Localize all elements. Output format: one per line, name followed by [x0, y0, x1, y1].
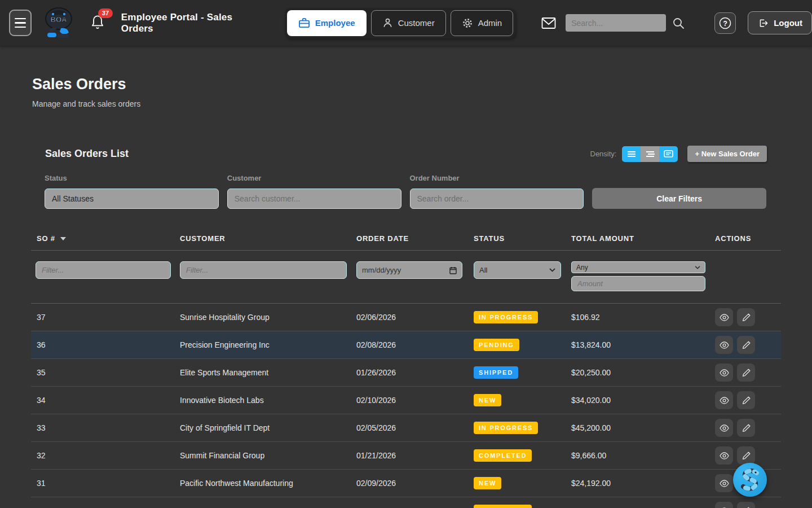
cell-status: COMPLETED — [472, 449, 571, 462]
edit-order-button[interactable] — [737, 419, 755, 437]
tab-admin[interactable]: Admin — [451, 10, 514, 36]
edit-order-button[interactable] — [737, 336, 755, 354]
status-column-filter-select[interactable]: All — [474, 261, 561, 279]
cell-actions — [715, 364, 781, 382]
notifications-button[interactable]: 37 — [90, 14, 107, 33]
cell-status: NEW — [472, 477, 571, 489]
edit-order-button[interactable] — [737, 391, 755, 409]
table-filter-row: mm/dd/yyyy All Any — [31, 251, 781, 304]
page-subtitle: Manage and track sales orders — [31, 99, 781, 108]
table-row[interactable]: 36 Precision Engineering Inc 02/08/2026 … — [31, 331, 781, 359]
table-row[interactable]: COMPLETED — [31, 497, 781, 508]
mail-icon[interactable] — [541, 17, 556, 29]
status-badge: NEW — [474, 394, 501, 406]
edit-order-button[interactable] — [737, 364, 755, 382]
amount-column-filter-input[interactable] — [571, 276, 705, 291]
density-label: Density: — [590, 150, 617, 158]
column-header-customer[interactable]: CUSTOMER — [180, 234, 356, 243]
pencil-icon — [742, 396, 751, 405]
table-row[interactable]: 31 Pacific Northwest Manufacturing 02/09… — [31, 470, 781, 497]
chat-fab-button[interactable] — [733, 463, 767, 497]
column-header-order-date[interactable]: ORDER DATE — [356, 234, 472, 243]
date-column-filter-input[interactable]: mm/dd/yyyy — [356, 261, 462, 279]
boa-logo: BOA — [44, 7, 73, 40]
status-badge: IN PROGRESS — [474, 311, 538, 323]
pencil-icon — [742, 423, 751, 433]
view-order-button[interactable] — [715, 336, 733, 354]
logout-button[interactable]: Logout — [748, 11, 812, 34]
customer-column-filter-input[interactable] — [180, 261, 347, 279]
cell-customer: Innovative Biotech Labs — [180, 396, 356, 405]
clear-filters-button[interactable]: Clear Filters — [592, 188, 766, 209]
eye-icon — [719, 479, 730, 488]
cell-status: PENDING — [472, 339, 571, 351]
view-order-button[interactable] — [715, 364, 733, 382]
view-order-button[interactable] — [715, 446, 733, 465]
table-row[interactable]: 34 Innovative Biotech Labs 02/10/2026 NE… — [31, 387, 781, 414]
cell-so-number: 36 — [31, 340, 180, 349]
table-row[interactable]: 32 Summit Financial Group 01/21/2026 COM… — [31, 442, 781, 470]
list-title: Sales Orders List — [45, 148, 129, 160]
cell-customer: Sunrise Hospitality Group — [180, 313, 356, 322]
view-order-button[interactable] — [715, 391, 733, 409]
calendar-icon — [449, 266, 457, 274]
density-compact-button[interactable] — [622, 146, 641, 162]
cell-status: COMPLETED — [472, 505, 571, 508]
table-header-row: SO # CUSTOMER ORDER DATE STATUS TOTAL AM… — [31, 234, 781, 251]
view-order-button[interactable] — [715, 308, 733, 326]
cell-total-amount: $45,200.00 — [571, 423, 715, 432]
svg-text:?: ? — [723, 19, 727, 27]
pencil-icon — [742, 506, 751, 508]
edit-order-button[interactable] — [737, 446, 755, 465]
tab-employee[interactable]: Employee — [287, 10, 367, 36]
cell-order-date: 02/10/2026 — [356, 396, 472, 405]
table-row[interactable]: 37 Sunrise Hospitality Group 02/06/2026 … — [31, 304, 781, 331]
order-number-filter-input[interactable] — [410, 189, 584, 209]
table-row[interactable]: 33 City of Springfield IT Dept 02/05/202… — [31, 414, 781, 442]
search-icon[interactable] — [672, 16, 685, 30]
help-button[interactable]: ? — [714, 12, 736, 34]
amount-operator-select[interactable]: Any — [571, 261, 705, 273]
new-sales-order-button[interactable]: + New Sales Order — [687, 146, 767, 162]
column-header-total-amount[interactable]: TOTAL AMOUNT — [571, 234, 715, 243]
order-number-filter-group: Order Number — [410, 174, 584, 209]
cell-order-date: 02/08/2026 — [356, 340, 472, 349]
pencil-icon — [742, 313, 751, 322]
status-filter-label: Status — [45, 174, 219, 182]
table-row[interactable]: 35 Elite Sports Management 01/26/2026 SH… — [31, 359, 781, 387]
view-order-button[interactable] — [715, 419, 733, 437]
cell-order-date: 02/05/2026 — [356, 423, 472, 432]
view-order-button[interactable] — [715, 474, 733, 492]
cell-customer: City of Springfield IT Dept — [180, 423, 356, 432]
edit-order-button[interactable] — [737, 308, 755, 326]
column-header-so[interactable]: SO # — [31, 234, 180, 243]
cell-order-date: 01/26/2026 — [356, 368, 472, 377]
menu-icon[interactable] — [9, 10, 32, 36]
search-input[interactable] — [566, 14, 666, 32]
tab-customer[interactable]: Customer — [371, 10, 446, 36]
status-badge: COMPLETED — [474, 449, 532, 462]
customer-filter-input[interactable] — [227, 189, 401, 209]
clear-filters-group: Clear Filters — [592, 174, 766, 209]
cell-total-amount: $34,020.00 — [571, 396, 715, 405]
cell-so-number: 33 — [31, 423, 180, 432]
density-comfortable-button[interactable] — [659, 146, 678, 162]
customer-filter-label: Customer — [227, 174, 401, 182]
portal-tab-group: Employee Customer Admin — [285, 8, 515, 38]
edit-order-button[interactable] — [737, 502, 755, 508]
cell-actions — [715, 308, 781, 326]
so-column-filter-input[interactable] — [36, 261, 171, 279]
view-order-button[interactable] — [715, 502, 733, 508]
filters-bar: Status All Statuses Customer Order Numbe… — [45, 174, 766, 209]
status-filter-select[interactable]: All Statuses — [45, 189, 219, 209]
logout-label: Logout — [774, 18, 802, 28]
cell-order-date: 01/21/2026 — [356, 451, 472, 460]
density-standard-button[interactable] — [641, 146, 659, 162]
cell-so-number: 32 — [31, 451, 180, 460]
column-header-label: SO # — [37, 234, 55, 243]
column-header-status[interactable]: STATUS — [472, 234, 571, 243]
cell-actions — [715, 336, 781, 354]
amount-operator-value: Any — [576, 264, 588, 271]
cell-total-amount: $20,250.00 — [571, 368, 715, 377]
list-header: Sales Orders List Density: — [31, 146, 781, 162]
